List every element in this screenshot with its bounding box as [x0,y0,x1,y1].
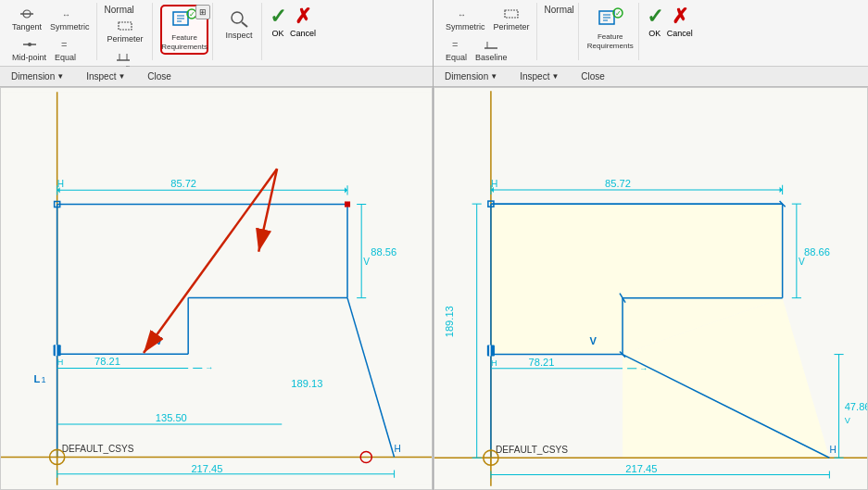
svg-text:1: 1 [41,375,45,384]
r-constraint-row2: = Equal Baseline [443,35,510,64]
chevron-down-icon: ▼ [57,72,64,81]
r-feature-req-icon: ✓ [598,7,623,31]
r-chevron-down-icon2: ▼ [551,72,559,81]
right-toolbar: ↔ Symmetric Perimeter = [434,0,868,67]
feature-requirements-section: ✓ Feature Requirements ⊞ [157,3,213,60]
r-baseline-btn[interactable]: Baseline [472,35,510,64]
tab-dimension-right[interactable]: Dimension ▼ [441,70,501,82]
svg-text:L: L [33,373,40,384]
r-normal-label: Normal [545,5,574,15]
left-drawing-area: 85.72 H 88.56 V 78.21 H → 135.50 189.13 [0,87,433,490]
r-symmetric-btn[interactable]: ↔ Symmetric [443,5,488,33]
r-baseline-icon [482,37,500,52]
tab-inspect-left[interactable]: Inspect ▼ [82,70,129,82]
r-symmetric-icon: ↔ [456,6,474,21]
svg-text:=: = [452,39,458,50]
svg-text:V: V [156,335,163,346]
tab-close-right[interactable]: Close [577,70,609,82]
inspect-section: Inspect [217,3,262,60]
midpoint-btn[interactable]: Mid-point [9,35,49,64]
svg-text:↔: ↔ [62,10,70,19]
r-perimeter-btn[interactable]: Perimeter [491,5,533,33]
svg-text:85.72: 85.72 [170,178,196,189]
r-ok-container: ✓ OK [647,5,663,38]
perimeter-icon [116,19,134,33]
svg-text:189.13: 189.13 [291,378,322,389]
left-toolbar: Tangent ↔ Symmetric Mid-point [0,0,433,67]
cancel-btn[interactable]: ✗ [295,5,311,29]
svg-text:78.21: 78.21 [94,356,120,367]
tab-dimension-left[interactable]: Dimension ▼ [7,70,68,82]
chevron-down-icon2: ▼ [118,72,125,81]
feature-req-label: Feature Requirements [161,33,208,51]
equal-icon: = [57,37,75,52]
tab-inspect-right[interactable]: Inspect ▼ [516,70,562,82]
svg-text:H: H [491,179,497,189]
r-feature-requirements-btn[interactable]: ✓ Feature Requirements [586,5,635,53]
equal-btn[interactable]: = Equal [52,35,79,64]
r-normal-section: Normal [541,3,579,60]
svg-text:H: H [829,445,836,455]
dim-row1: Perimeter [105,17,146,45]
right-drawing-area: 85.72 H 88.66 V 78.21 H → 189.13 [434,87,868,490]
svg-text:217.45: 217.45 [191,463,222,474]
symmetric-icon: ↔ [60,6,79,21]
ok-container: ✓ OK [270,5,286,38]
svg-rect-66 [54,345,61,356]
tangent-btn[interactable]: Tangent [9,5,44,33]
svg-text:DEFAULT_CSYS: DEFAULT_CSYS [496,445,568,455]
svg-text:✓: ✓ [615,9,622,18]
svg-text:DEFAULT_CSYS: DEFAULT_CSYS [62,444,134,454]
svg-text:V: V [590,335,598,346]
normal-label: Normal [105,5,134,15]
baseline-icon [114,49,132,64]
r-feature-req-label: Feature Requirements [587,32,634,50]
svg-point-4 [28,43,31,46]
left-panel: Tangent ↔ Symmetric Mid-point [0,0,434,490]
r-cancel-btn[interactable]: ✗ [672,5,688,29]
symmetric-btn[interactable]: ↔ Symmetric [47,5,93,33]
svg-text:78.21: 78.21 [529,357,555,368]
normal-dimension-section: Normal Perimeter Baseline [101,3,154,60]
svg-rect-61 [345,201,350,207]
svg-text:H: H [57,179,64,189]
right-canvas: 85.72 H 88.66 V 78.21 H → 189.13 [434,88,867,489]
main-container: Tangent ↔ Symmetric Mid-point [0,0,868,490]
svg-text:→: → [205,363,213,372]
feature-req-icon: ✓ [171,8,197,32]
svg-text:189.13: 189.13 [444,306,455,337]
right-ribbon-bottom: Dimension ▼ Inspect ▼ Close [434,67,868,87]
left-canvas: 85.72 H 88.56 V 78.21 H → 135.50 189.13 [1,88,432,489]
r-constraint-row1: ↔ Symmetric Perimeter [443,5,533,33]
ok-btn[interactable]: ✓ [270,5,286,29]
left-ribbon-bottom: Dimension ▼ Inspect ▼ Close [0,67,433,87]
svg-text:V: V [845,416,851,425]
feature-req-extra-btn[interactable]: ⊞ [195,5,210,19]
svg-line-21 [242,22,247,27]
tab-close-left[interactable]: Close [144,70,175,82]
r-equal-btn[interactable]: = Equal [443,35,470,64]
grid-icon: ⊞ [199,7,207,17]
right-constraint-section: ↔ Symmetric Perimeter = [439,3,537,60]
r-chevron-down-icon: ▼ [490,72,497,81]
r-ok-btn[interactable]: ✓ [647,5,663,29]
ok-cancel-section: ✓ OK ✗ Cancel [266,3,320,60]
svg-text:88.56: 88.56 [371,246,396,258]
svg-text:V: V [799,257,805,267]
svg-text:=: = [61,39,67,50]
inspect-btn[interactable]: Inspect [220,5,258,44]
constraint-row2: Mid-point = Equal [9,35,79,64]
constraint-section: Tangent ↔ Symmetric Mid-point [6,3,97,60]
svg-text:→: → [639,364,648,373]
svg-rect-73 [505,10,518,18]
svg-rect-22 [1,92,432,485]
r-equal-icon: = [447,37,466,52]
perimeter-btn[interactable]: Perimeter [105,17,146,45]
svg-text:✓: ✓ [189,10,195,19]
r-feature-req-section: ✓ Feature Requirements [583,3,639,60]
svg-rect-9 [119,22,132,30]
svg-text:135.50: 135.50 [156,412,187,423]
constraint-row1: Tangent ↔ Symmetric [9,5,93,33]
svg-text:217.45: 217.45 [625,463,657,474]
r-perimeter-icon [502,6,521,21]
